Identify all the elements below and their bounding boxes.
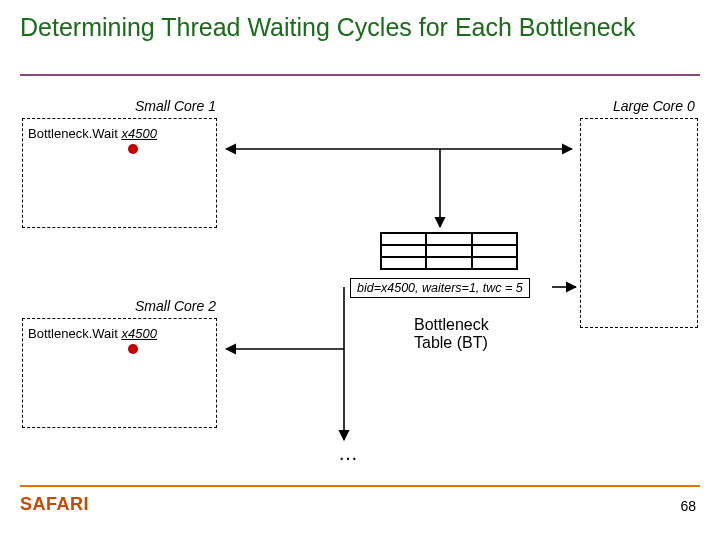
bwait2-prefix: Bottleneck.Wait [28,326,118,341]
bwait2-arg: x4500 [121,326,156,341]
large-core-0-box [580,118,698,328]
bottleneck-table [380,232,518,270]
bt-row-selected: bid=x4500, waiters=1, twc = 5 [350,278,530,298]
large-core-0-label: Large Core 0 [613,98,695,114]
small-core-2-label: Small Core 2 [135,298,216,314]
wait-dot-core1 [128,144,138,154]
wait-dot-core2 [128,344,138,354]
bt-caption-line1: Bottleneck [414,316,489,333]
bottleneck-wait-1: Bottleneck.Wait x4500 [28,126,157,141]
slide-title: Determining Thread Waiting Cycles for Ea… [20,12,636,42]
title-underline [20,74,700,76]
bt-caption-line2: Table (BT) [414,334,488,351]
bt-caption: Bottleneck Table (BT) [414,316,489,351]
small-core-1-label: Small Core 1 [135,98,216,114]
ellipsis: … [338,442,358,465]
bwait1-arg: x4500 [121,126,156,141]
page-number: 68 [680,498,696,514]
bottleneck-wait-2: Bottleneck.Wait x4500 [28,326,157,341]
footer-rule [20,485,700,487]
bwait1-prefix: Bottleneck.Wait [28,126,118,141]
safari-logo: SAFARI [20,494,89,515]
